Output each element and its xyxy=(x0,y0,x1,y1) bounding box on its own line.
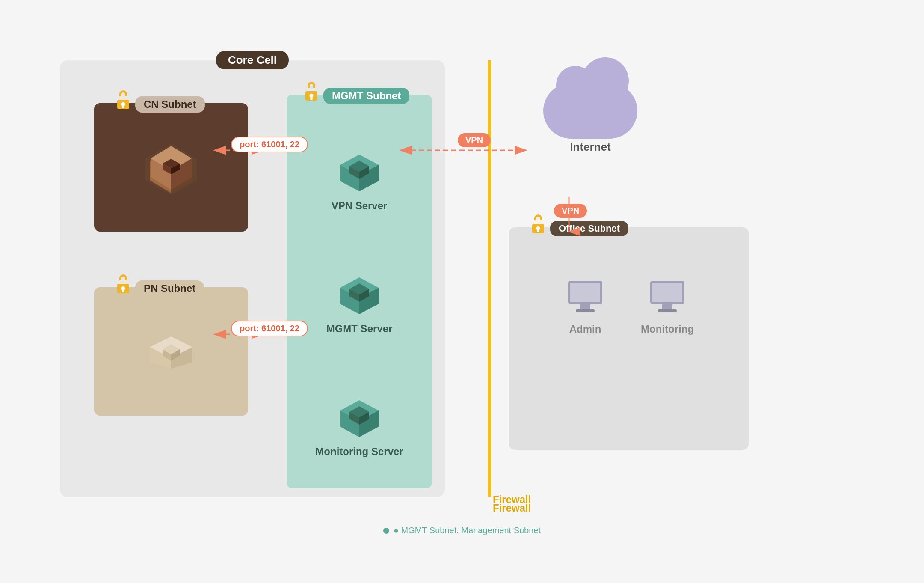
monitoring-server-label: Monitoring Server xyxy=(315,446,403,458)
svg-rect-37 xyxy=(576,309,595,312)
mgmt-server-item: MGMT Server xyxy=(326,243,393,366)
office-subnet-name: Office Subnet xyxy=(550,221,628,236)
mgmt-server-icon xyxy=(336,274,383,317)
monitoring-server-icon xyxy=(336,397,383,440)
vpn-server-label: VPN Server xyxy=(332,200,388,212)
vpn-server-item: VPN Server xyxy=(332,120,388,243)
monitoring-label: Monitoring xyxy=(641,323,694,335)
pn-lock-icon xyxy=(116,280,131,297)
legend-text: ● MGMT Subnet: Management Subnet xyxy=(394,526,541,535)
svg-rect-41 xyxy=(658,309,677,312)
mgmt-subnet-label: MGMT Subnet xyxy=(304,87,409,105)
vpn-server-icon xyxy=(336,151,383,194)
office-lock-icon xyxy=(530,220,546,238)
mgmt-server-label: MGMT Server xyxy=(326,323,393,335)
admin-device: Admin xyxy=(564,279,607,335)
monitoring-monitor-icon xyxy=(646,279,689,317)
vpn-label-1: VPN xyxy=(458,133,491,147)
monitoring-device: Monitoring xyxy=(641,279,694,335)
internet-label: Internet xyxy=(570,140,610,154)
pn-port-label: port: 61001, 22 xyxy=(231,321,308,336)
mgmt-server-list: VPN Server MGMT Server xyxy=(287,95,432,488)
diagram-container: Core Cell CN Subnet xyxy=(34,35,890,548)
mgmt-subnet: MGMT Subnet VPN Server xyxy=(287,95,432,488)
cn-lock-icon xyxy=(116,95,131,113)
cn-subnet: CN Subnet xyxy=(94,103,248,232)
mgmt-lock-icon xyxy=(304,87,319,105)
monitoring-server-item: Monitoring Server xyxy=(315,366,403,488)
legend: ● MGMT Subnet: Management Subnet xyxy=(383,526,541,535)
pn-subnet: PN Subnet xyxy=(94,287,248,416)
core-cell: Core Cell CN Subnet xyxy=(60,60,445,497)
cn-cube-container xyxy=(94,103,248,232)
legend-dot xyxy=(383,528,389,534)
office-subnet: Office Subnet Admin xyxy=(509,227,749,450)
core-cell-label: Core Cell xyxy=(216,51,289,69)
cn-cube-icon xyxy=(141,140,201,195)
svg-rect-35 xyxy=(570,283,600,302)
svg-rect-36 xyxy=(580,304,590,309)
mgmt-subnet-name: MGMT Subnet xyxy=(323,88,409,104)
firewall-text-label: Firewall xyxy=(493,494,531,506)
svg-rect-39 xyxy=(652,283,682,302)
admin-label: Admin xyxy=(569,323,601,335)
pn-subnet-name: PN Subnet xyxy=(135,280,204,297)
pn-subnet-label: PN Subnet xyxy=(116,280,204,297)
office-subnet-label: Office Subnet xyxy=(530,220,628,238)
cn-subnet-label: CN Subnet xyxy=(116,95,205,113)
firewall-line xyxy=(488,60,491,497)
internet-cloud xyxy=(543,83,637,139)
pn-cube-icon xyxy=(143,328,199,375)
pn-cube-container xyxy=(94,287,248,416)
cn-subnet-name: CN Subnet xyxy=(135,96,205,113)
svg-rect-40 xyxy=(662,304,672,309)
vpn-label-2: VPN xyxy=(554,204,587,218)
internet-zone: Internet xyxy=(526,69,654,176)
cn-port-label: port: 61001, 22 xyxy=(231,137,308,152)
admin-monitor-icon xyxy=(564,279,607,317)
office-devices: Admin Monitoring xyxy=(509,227,749,335)
